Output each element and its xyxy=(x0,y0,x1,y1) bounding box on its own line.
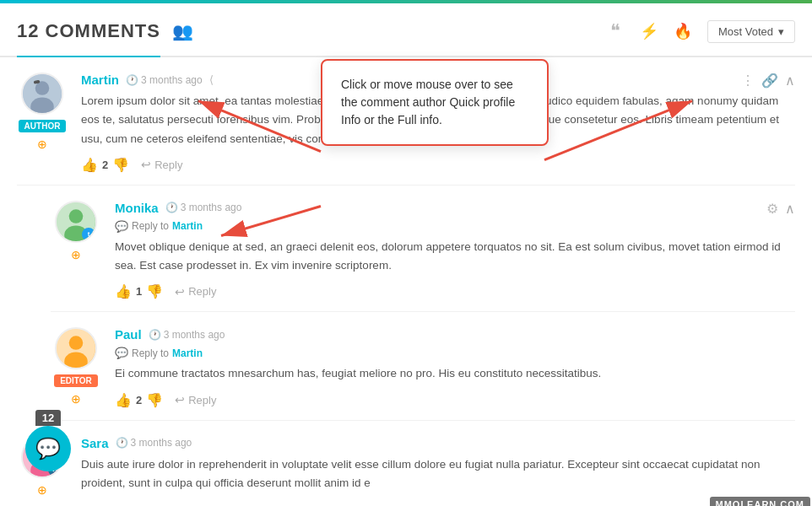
clock-icon-monika: 🕐 xyxy=(165,202,178,213)
comment-share-martin[interactable]: ⟨ xyxy=(209,73,214,86)
reply-icon-monika: ↩ xyxy=(175,285,185,299)
comment-meta-monika: Monika 🕐 3 months ago xyxy=(115,201,795,215)
comment-actions-paul: 👍 2 👎 ↩ Reply xyxy=(115,392,795,408)
reply-label-monika: Reply xyxy=(188,285,216,298)
comment-author-monika: Monika xyxy=(115,201,159,215)
reply-label-martin: Reply xyxy=(154,159,182,171)
avatar-col-monika: t ⊕ xyxy=(51,201,101,300)
upvote-monika[interactable]: 👍 xyxy=(115,283,132,299)
reply-to-label-paul: Reply to xyxy=(132,347,169,359)
sort-fire-btn[interactable]: 🔥 xyxy=(670,19,696,44)
avatar-col-martin: Author ⊕ xyxy=(17,73,68,173)
reply-chat-icon-monika: 💬 xyxy=(115,220,128,233)
comment-item-sara: W ⊕ Sara 🕐 3 months ago Duis aute irure … xyxy=(17,421,795,506)
comment-body-paul: Paul 🕐 3 months ago 💬 Reply to Martin Ei… xyxy=(115,327,795,407)
collapse-btn-monika[interactable]: ∧ xyxy=(785,201,795,217)
comment-author-martin: Martin xyxy=(81,73,119,87)
clock-icon-sara: 🕐 xyxy=(116,437,128,449)
sort-icons: ❝ ⚡ 🔥 xyxy=(603,19,696,44)
downvote-paul[interactable]: 👎 xyxy=(146,392,163,408)
vote-count-paul: 2 xyxy=(136,394,142,406)
downvote-monika[interactable]: 👎 xyxy=(146,283,163,299)
corner-actions-monika: ⚙ ∧ xyxy=(766,201,795,217)
comment-body-sara: Sara 🕐 3 months ago Duis aute irure dolo… xyxy=(81,436,795,502)
comment-body-monika: Monika 🕐 3 months ago 💬 Reply to Martin … xyxy=(115,201,795,300)
comments-label: COMMENTS xyxy=(46,20,160,41)
downvote-martin[interactable]: 👎 xyxy=(112,157,129,173)
upvote-paul[interactable]: 👍 xyxy=(115,392,132,408)
avatar-paul xyxy=(55,327,97,369)
clock-icon: 🕐 xyxy=(126,74,138,86)
comment-item-paul: Editor ⊕ Paul 🕐 3 months ago 💬 Reply to xyxy=(51,312,795,420)
vote-area-martin: 👍 2 👎 xyxy=(81,157,129,173)
tooltip-text: Click or move mouse over to see the comm… xyxy=(341,78,515,126)
svg-point-8 xyxy=(69,336,84,351)
reply-btn-monika[interactable]: ↩ Reply xyxy=(175,285,216,299)
page-wrapper: 12 COMMENTS 👥 ❝ ⚡ 🔥 Most Voted ▾ xyxy=(0,0,812,506)
comments-title: 12 COMMENTS xyxy=(17,20,160,42)
rss-icon-martin[interactable]: ⊕ xyxy=(37,137,47,151)
reply-btn-martin[interactable]: ↩ Reply xyxy=(141,158,182,171)
comment-time-text-martin: 3 months ago xyxy=(141,74,203,86)
editor-badge: Editor xyxy=(54,374,98,387)
chevron-down-icon: ▾ xyxy=(778,25,784,38)
avatar-paul-svg xyxy=(57,327,95,369)
floating-comment: 12 💬 xyxy=(25,410,71,471)
rss-icon-sara[interactable]: ⊕ xyxy=(37,483,47,497)
sort-quote-btn[interactable]: ❝ xyxy=(603,19,628,44)
sort-dropdown-btn[interactable]: Most Voted ▾ xyxy=(707,20,795,43)
avatar-col-paul: Editor ⊕ xyxy=(51,327,101,407)
comment-text-paul: Ei commune tractatos mnesarchum has, feu… xyxy=(115,364,795,383)
reply-to-name-paul: Martin xyxy=(172,347,203,359)
rss-icon-paul[interactable]: ⊕ xyxy=(71,392,81,406)
comment-meta-sara: Sara 🕐 3 months ago xyxy=(81,436,795,450)
avatar-martin xyxy=(21,73,63,115)
reply-btn-paul[interactable]: ↩ Reply xyxy=(175,393,216,406)
rss-icon-monika[interactable]: ⊕ xyxy=(71,248,81,261)
avatar-monika: t xyxy=(55,201,97,243)
vote-count-monika: 1 xyxy=(136,285,142,298)
clock-icon-paul: 🕐 xyxy=(149,329,161,341)
comment-author-paul: Paul xyxy=(115,327,142,342)
comments-count: 12 xyxy=(17,20,39,41)
gear-btn-monika[interactable]: ⚙ xyxy=(766,201,778,217)
comment-text-monika: Movet oblique denique at sed, an graeci … xyxy=(115,238,795,276)
comment-time-martin: 🕐 3 months ago xyxy=(126,74,203,86)
upvote-martin[interactable]: 👍 xyxy=(81,157,98,173)
info-btn-martin[interactable]: ⋮ xyxy=(741,73,755,89)
comments-header: 12 COMMENTS 👥 ❝ ⚡ 🔥 Most Voted ▾ xyxy=(0,3,812,57)
twitter-badge-monika: t xyxy=(82,228,95,241)
comment-time-text-monika: 3 months ago xyxy=(181,202,242,213)
reply-icon-martin: ↩ xyxy=(141,158,151,171)
tooltip-box: Click or move mouse over to see the comm… xyxy=(321,59,549,146)
comment-meta-paul: Paul 🕐 3 months ago xyxy=(115,327,795,342)
header-right: ❝ ⚡ 🔥 Most Voted ▾ xyxy=(603,19,795,44)
nested-replies: t ⊕ Monika 🕐 3 months ago 💬 Reply to xyxy=(51,186,795,421)
floating-bubble-btn[interactable]: 💬 xyxy=(25,426,71,471)
sort-lightning-btn[interactable]: ⚡ xyxy=(636,19,662,44)
header-left: 12 COMMENTS 👥 xyxy=(17,20,193,42)
collapse-btn-martin[interactable]: ∧ xyxy=(785,73,795,89)
reply-to-name-monika: Martin xyxy=(172,220,203,232)
reply-chat-icon-paul: 💬 xyxy=(115,347,128,359)
watermark: MMOLEARN.COM xyxy=(710,497,811,506)
comment-actions-martin: 👍 2 👎 ↩ Reply xyxy=(81,157,795,173)
reply-to-label-monika: Reply to xyxy=(132,220,169,232)
comment-time-text-sara: 3 months ago xyxy=(131,437,192,449)
comment-actions-monika: 👍 1 👎 ↩ Reply xyxy=(115,283,795,299)
comment-time-monika: 🕐 3 months ago xyxy=(165,202,242,213)
avatar-martin-svg xyxy=(23,73,62,115)
comment-time-sara: 🕐 3 months ago xyxy=(116,437,192,449)
comment-author-sara: Sara xyxy=(81,436,109,450)
reply-label-paul: Reply xyxy=(188,394,216,406)
comment-text-sara: Duis aute irure dolor in reprehenderit i… xyxy=(81,455,795,493)
reply-to-line-paul: 💬 Reply to Martin xyxy=(115,347,795,359)
link-btn-martin[interactable]: 🔗 xyxy=(761,73,778,89)
chat-icon: 💬 xyxy=(35,437,61,460)
reply-icon-paul: ↩ xyxy=(175,393,185,406)
comment-time-paul: 🕐 3 months ago xyxy=(149,329,225,341)
vote-count-martin: 2 xyxy=(102,159,108,171)
sort-current-label: Most Voted xyxy=(718,25,773,38)
corner-actions-martin: ⋮ 🔗 ∧ xyxy=(741,73,795,89)
author-badge: Author xyxy=(19,120,67,132)
